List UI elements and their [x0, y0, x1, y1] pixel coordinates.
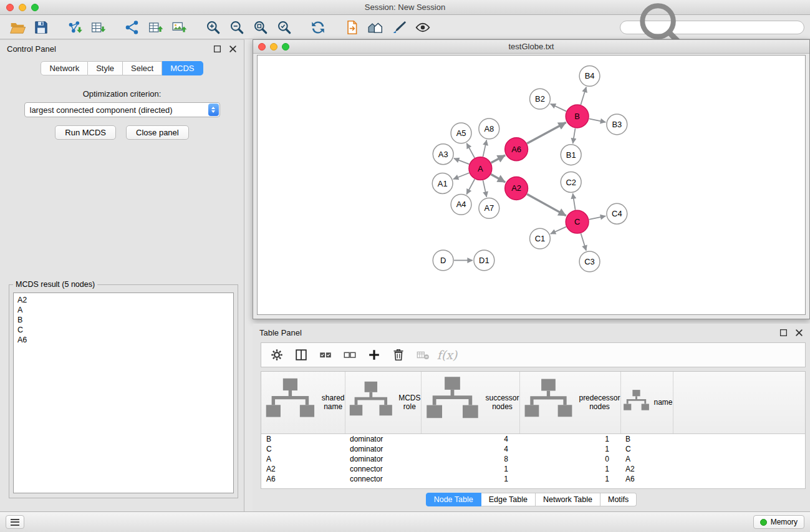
network-zoom-button[interactable]	[282, 43, 289, 51]
new-network-button[interactable]	[120, 17, 143, 38]
table-row-A6[interactable]: A6connector11A6	[261, 474, 805, 484]
cell-successor-nodes[interactable]: 1	[421, 464, 519, 474]
cell-predecessor-nodes[interactable]: 1	[519, 444, 620, 454]
graph-edge-A-A5[interactable]	[466, 143, 475, 158]
cell-shared-name[interactable]: A2	[261, 464, 345, 474]
cell-name[interactable]: C	[620, 444, 673, 454]
save-session-button[interactable]	[29, 17, 52, 38]
graph-edge-A-A1[interactable]	[453, 173, 470, 179]
graph-edge-B-B3[interactable]	[589, 118, 606, 122]
graph-node-A5[interactable]: A5	[451, 123, 471, 143]
cell-MCDS-role[interactable]: connector	[345, 474, 421, 484]
graph-node-B2[interactable]: B2	[530, 89, 551, 109]
result-item-A2[interactable]: A2	[17, 295, 229, 305]
search-input[interactable]	[702, 23, 799, 32]
table-row-A[interactable]: Adominator80A	[261, 454, 805, 464]
graph-edge-A-A8[interactable]	[483, 140, 487, 157]
graph-edge-A-A6[interactable]	[491, 155, 506, 163]
cell-filler[interactable]	[673, 464, 805, 474]
graph-node-C[interactable]: C	[566, 210, 589, 233]
import-table-button[interactable]	[87, 17, 110, 38]
graph-node-C1[interactable]: C1	[530, 228, 551, 249]
cell-predecessor-nodes[interactable]: 1	[519, 464, 620, 474]
cell-filler[interactable]	[673, 454, 805, 464]
cell-shared-name[interactable]: A	[261, 454, 345, 464]
cell-name[interactable]: A	[620, 454, 673, 464]
graph-edge-C-C3[interactable]	[581, 233, 586, 251]
graph-node-B4[interactable]: B4	[579, 65, 600, 86]
tab-motifs[interactable]: Motifs	[600, 493, 637, 506]
open-document-button[interactable]	[340, 17, 363, 38]
network-graph[interactable]: B4B2BB3A5A8A6A3AB1A1A2C2A4A7C4C1CC3DD1	[258, 56, 805, 314]
mcds-result-list[interactable]: A2ABCA6	[13, 293, 234, 493]
graph-edge-C-C2[interactable]	[573, 193, 576, 210]
table-row-C[interactable]: Cdominator41C	[261, 444, 805, 454]
tab-style[interactable]: Style	[88, 61, 123, 75]
result-item-A6[interactable]: A6	[17, 335, 229, 345]
cell-MCDS-role[interactable]: connector	[345, 464, 421, 474]
close-panel-button[interactable]: Close panel	[126, 125, 189, 140]
minimize-window-button[interactable]	[19, 4, 26, 11]
graph-node-A3[interactable]: A3	[433, 144, 453, 165]
show-hide-button[interactable]	[411, 17, 434, 38]
show-columns-button[interactable]	[291, 345, 312, 365]
tab-edge-table[interactable]: Edge Table	[481, 493, 536, 506]
graph-node-A6[interactable]: A6	[505, 138, 528, 161]
table-settings-button[interactable]	[266, 345, 287, 365]
graph-node-A8[interactable]: A8	[479, 118, 499, 139]
annotation-button[interactable]	[387, 17, 410, 38]
column-header-name[interactable]: name	[620, 372, 673, 433]
optimization-criterion-select[interactable]: largest connected component (directed)	[24, 102, 220, 117]
column-header-MCDS-role[interactable]: MCDS role	[345, 372, 421, 433]
cell-name[interactable]: B	[620, 433, 673, 444]
cell-predecessor-nodes[interactable]: 1	[519, 433, 620, 444]
result-item-B[interactable]: B	[17, 315, 229, 325]
column-header-successor-nodes[interactable]: successor nodes	[421, 372, 519, 433]
cell-MCDS-role[interactable]: dominator	[345, 444, 421, 454]
import-network-button[interactable]	[63, 17, 86, 38]
zoom-selected-button[interactable]	[272, 17, 296, 38]
cell-successor-nodes[interactable]: 8	[421, 454, 519, 464]
zoom-in-button[interactable]	[201, 17, 224, 38]
graph-edge-C-C1[interactable]	[551, 227, 566, 234]
cell-name[interactable]: A6	[620, 474, 673, 484]
graph-node-C4[interactable]: C4	[607, 203, 627, 224]
menu-button[interactable]	[6, 515, 24, 529]
graph-edge-A-A3[interactable]	[454, 158, 469, 164]
tab-network[interactable]: Network	[41, 61, 88, 75]
cell-shared-name[interactable]: A6	[261, 474, 345, 484]
float-table-panel-button[interactable]	[779, 329, 788, 337]
memory-button[interactable]: Memory	[753, 515, 804, 529]
open-file-button[interactable]	[6, 17, 29, 38]
cell-name[interactable]: A2	[620, 464, 673, 474]
graph-edge-A6-B[interactable]	[527, 122, 566, 143]
export-table-button[interactable]	[144, 17, 167, 38]
graph-node-A1[interactable]: A1	[432, 173, 453, 194]
cell-shared-name[interactable]: B	[261, 433, 345, 444]
graph-edge-C-C4[interactable]	[589, 216, 606, 219]
result-item-C[interactable]: C	[17, 325, 229, 335]
apply-layout-button[interactable]	[306, 17, 329, 38]
run-mcds-button[interactable]: Run MCDS	[55, 125, 116, 140]
cell-MCDS-role[interactable]: dominator	[345, 454, 421, 464]
close-table-panel-button[interactable]	[795, 329, 803, 337]
cell-filler[interactable]	[673, 433, 805, 444]
column-header-predecessor-nodes[interactable]: predecessor nodes	[519, 372, 620, 433]
graph-node-B[interactable]: B	[566, 105, 589, 128]
network-canvas[interactable]: B4B2BB3A5A8A6A3AB1A1A2C2A4A7C4C1CC3DD1	[257, 55, 806, 315]
graph-edge-B-B2[interactable]	[551, 104, 566, 111]
graph-edge-A-A2[interactable]	[491, 175, 505, 183]
cell-MCDS-role[interactable]: dominator	[345, 433, 421, 444]
graph-edge-B-B4[interactable]	[581, 87, 586, 105]
search-box[interactable]	[620, 21, 804, 34]
zoom-out-button[interactable]	[225, 17, 248, 38]
cell-successor-nodes[interactable]: 4	[421, 444, 519, 454]
tab-node-table[interactable]: Node Table	[426, 493, 481, 506]
graph-edge-B-B1[interactable]	[573, 128, 576, 143]
graph-node-C3[interactable]: C3	[579, 251, 600, 272]
graph-node-C2[interactable]: C2	[561, 172, 581, 193]
network-close-button[interactable]	[258, 43, 266, 51]
delete-columns-button[interactable]	[388, 345, 409, 365]
cell-predecessor-nodes[interactable]: 1	[519, 474, 620, 484]
table-row-B[interactable]: Bdominator41B	[261, 433, 805, 444]
